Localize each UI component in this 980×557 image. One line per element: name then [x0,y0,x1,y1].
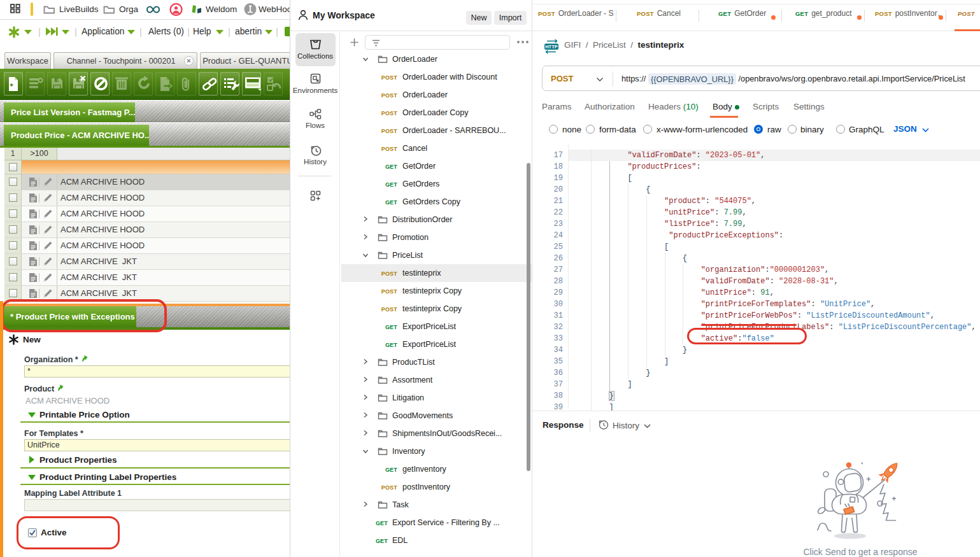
svg-text:HTTP: HTTP [545,44,558,50]
